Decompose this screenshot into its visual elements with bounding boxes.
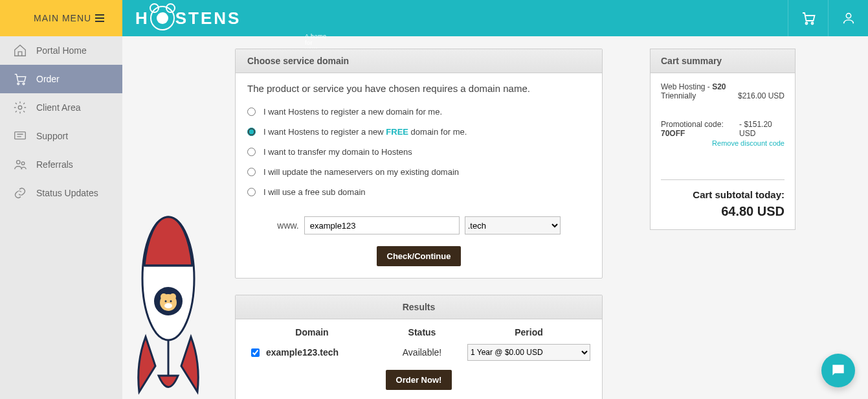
col-domain: Domain xyxy=(247,327,377,337)
cart-icon-button[interactable] xyxy=(788,0,828,36)
period-select[interactable]: 1 Year @ $0.00 USD xyxy=(467,344,590,361)
domain-option-subdomain[interactable]: I will use a free sub domain xyxy=(247,182,590,202)
option-label: I will update the nameservers on my exis… xyxy=(263,167,459,177)
sidebar-item-order[interactable]: Order xyxy=(0,65,122,93)
option-label: I want to transfer my domain to Hostens xyxy=(263,147,412,157)
cart-item-name: Web Hosting - S20 xyxy=(661,82,726,91)
svg-point-2 xyxy=(846,14,851,18)
chat-icon xyxy=(830,362,847,379)
svg-point-5 xyxy=(18,106,22,109)
option-label: I want Hostens to register a new domain … xyxy=(263,107,442,117)
cart-summary-panel: Cart summary Web Hosting - S20 Triennial… xyxy=(650,49,796,230)
sidebar: Portal Home Order Client Area Support Re… xyxy=(0,36,122,399)
domain-option-register[interactable]: I want Hostens to register a new domain … xyxy=(247,102,590,122)
domain-input[interactable] xyxy=(304,216,460,234)
cart-icon xyxy=(801,10,816,26)
main-menu-label: MAIN MENU xyxy=(34,13,91,23)
sidebar-item-label: Referrals xyxy=(36,159,73,170)
order-now-button[interactable]: Order Now! xyxy=(386,370,452,390)
check-continue-button[interactable]: Check/Continue xyxy=(377,246,462,266)
chat-widget-button[interactable] xyxy=(821,354,855,387)
cart-item-price: $216.00 USD xyxy=(738,91,785,100)
domain-option-nameservers[interactable]: I will update the nameservers on my exis… xyxy=(247,162,590,182)
domain-option-free[interactable]: I want Hostens to register a new FREE do… xyxy=(247,122,590,142)
main-menu-button[interactable]: MAIN MENU xyxy=(0,0,122,36)
radio-nameservers[interactable] xyxy=(247,168,256,176)
cart-heading: Cart summary xyxy=(651,49,795,73)
svg-point-16 xyxy=(164,303,172,308)
home-icon xyxy=(13,43,27,58)
sidebar-item-label: Portal Home xyxy=(36,45,87,56)
result-checkbox[interactable] xyxy=(251,348,260,357)
results-panel: Results Domain Status Period example123.… xyxy=(235,295,603,399)
sidebar-item-client-area[interactable]: Client Area xyxy=(0,93,122,122)
hamburger-icon xyxy=(95,14,104,22)
sidebar-item-portal-home[interactable]: Portal Home xyxy=(0,36,122,65)
sidebar-item-status[interactable]: Status Updates xyxy=(0,179,122,207)
sidebar-item-label: Status Updates xyxy=(36,188,98,198)
user-icon xyxy=(841,11,856,25)
col-status: Status xyxy=(377,327,467,337)
logo-text: HSTENS xyxy=(135,6,241,30)
svg-point-13 xyxy=(170,293,176,300)
svg-point-15 xyxy=(170,301,172,302)
chat-icon xyxy=(13,129,27,143)
tld-select[interactable]: .tech xyxy=(465,216,561,234)
domain-option-transfer[interactable]: I want to transfer my domain to Hostens xyxy=(247,142,590,162)
radio-transfer[interactable] xyxy=(247,148,256,156)
svg-point-12 xyxy=(161,293,167,300)
users-icon xyxy=(13,157,27,172)
result-domain: example123.tech xyxy=(266,347,339,358)
radio-subdomain[interactable] xyxy=(247,188,256,196)
gear-icon xyxy=(13,100,27,115)
subtotal-label: Cart subtotal today: xyxy=(661,179,785,200)
option-label: I will use a free sub domain xyxy=(263,187,366,197)
svg-rect-6 xyxy=(15,132,26,139)
sidebar-item-referrals[interactable]: Referrals xyxy=(0,150,122,179)
svg-point-14 xyxy=(165,301,167,302)
radio-free[interactable] xyxy=(247,128,256,136)
svg-point-8 xyxy=(21,162,25,165)
panel-heading: Choose service domain xyxy=(236,49,602,73)
subtotal-value: 64.80 USD xyxy=(661,204,785,219)
col-period: Period xyxy=(467,327,590,337)
option-label: I want Hostens to register a new FREE do… xyxy=(263,127,467,137)
sidebar-item-label: Client Area xyxy=(36,102,80,113)
sidebar-item-label: Order xyxy=(36,74,60,84)
remove-discount-link[interactable]: Remove discount code xyxy=(661,139,785,147)
svg-point-4 xyxy=(23,83,25,85)
link-icon xyxy=(13,186,27,200)
result-status: Available! xyxy=(377,347,467,358)
radio-register[interactable] xyxy=(247,108,256,116)
sidebar-item-support[interactable]: Support xyxy=(0,122,122,150)
svg-point-3 xyxy=(17,83,19,85)
svg-point-1 xyxy=(811,23,813,25)
account-icon-button[interactable] xyxy=(828,0,868,36)
promo-label: Promotional code: 70OFF xyxy=(661,120,739,138)
rocket-illustration xyxy=(133,214,204,399)
panel-description: The product or service you have chosen r… xyxy=(247,83,590,94)
results-heading: Results xyxy=(236,295,602,319)
choose-domain-panel: Choose service domain The product or ser… xyxy=(235,49,603,279)
result-row: example123.tech Available! 1 Year @ $0.0… xyxy=(247,344,590,361)
svg-point-0 xyxy=(805,23,807,25)
cart-item-term: Triennially xyxy=(661,91,696,100)
www-label: www. xyxy=(277,220,298,231)
logo[interactable]: HSTENS A home for your website xyxy=(122,0,788,36)
svg-point-7 xyxy=(17,161,21,165)
cart-icon xyxy=(13,72,27,86)
promo-discount: - $151.20 USD xyxy=(739,120,785,138)
sidebar-item-label: Support xyxy=(36,131,68,141)
